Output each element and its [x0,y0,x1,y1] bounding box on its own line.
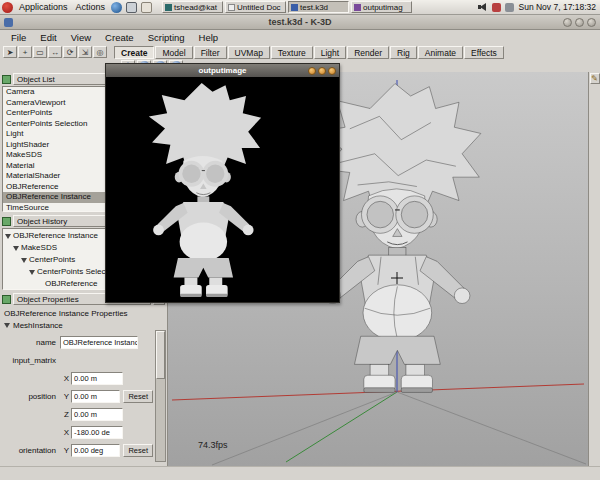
tab-light[interactable]: Light [314,46,346,59]
grid-edge-line [212,392,397,465]
y-axis-line [286,392,397,462]
window-controls [563,18,600,27]
tab-filter[interactable]: Filter [194,46,227,59]
main-toolbar: ➤ + ▭ ↔ ⟳ ⇲ ◎ Create Model Filter UVMap … [0,45,600,59]
panel-clock[interactable]: Sun Nov 7, 17:18:32 [518,2,596,12]
tab-render[interactable]: Render [347,46,389,59]
render-output-window[interactable]: outputimage [105,63,340,303]
volume-icon[interactable] [478,3,488,12]
select-box-icon[interactable]: ▭ [33,46,47,58]
task-label: Untitled Doc [237,3,281,12]
render-window-controls [308,67,339,75]
combo-label: Object Properties [17,295,79,304]
rendered-character-image [106,77,339,302]
taskbar: tshead@kat Untitled Doc test.k3d outputi… [162,1,412,13]
menubar: File Edit View Create Scripting Help [0,30,600,45]
tree-label: MakeSDS [21,242,57,254]
menu-edit[interactable]: Edit [33,31,63,44]
scale-tool-icon[interactable]: ⇲ [78,46,92,58]
window-bottom-frame [0,466,600,480]
name-field[interactable]: OBJReference Instance [60,336,138,349]
mesh-instance-section[interactable]: MeshInstance [0,319,167,331]
close-button[interactable] [587,18,596,27]
z-axis-label: Z [60,410,69,419]
task-label: test.k3d [300,3,328,12]
fps-counter: 74.3fps [198,440,228,450]
tab-effects[interactable]: Effects [464,46,504,59]
k3d-titlebar[interactable]: test.k3d - K-3D [0,15,600,30]
task-label: outputimag [363,3,403,12]
combo-label: Object List [17,75,55,84]
maximize-button[interactable] [318,67,326,75]
select-arrow-icon[interactable]: ➤ [3,46,17,58]
tab-texture[interactable]: Texture [271,46,313,59]
task-button-k3d[interactable]: test.k3d [288,1,349,13]
window-title: test.k3d - K-3D [0,17,600,27]
close-button[interactable] [328,67,336,75]
terminal-launcher-icon[interactable] [126,2,137,13]
orientation-y-field[interactable]: 0.00 deg [71,444,120,457]
menu-create[interactable]: Create [98,31,141,44]
field-row-position-x: X 0.00 m [2,369,153,387]
task-button-document[interactable]: Untitled Doc [225,1,286,13]
scrollbar-thumb[interactable] [156,331,165,379]
menu-file[interactable]: File [4,31,33,44]
minimize-button[interactable] [308,67,316,75]
tree-label: OBJReference [45,278,97,290]
field-row-orientation-x: X -180.00 de [2,423,153,441]
menu-scripting[interactable]: Scripting [141,31,192,44]
edit-icon[interactable]: ✎ [590,73,600,84]
panel-color-icon[interactable] [2,217,11,226]
panel-color-icon[interactable] [2,75,11,84]
orientation-x-field[interactable]: -180.00 de [71,426,123,439]
position-y-field[interactable]: 0.00 m [71,390,120,403]
tab-create[interactable]: Create [114,46,154,59]
menu-help[interactable]: Help [192,31,226,44]
select-plus-icon[interactable]: + [18,46,32,58]
move-tool-icon[interactable]: ↔ [48,46,62,58]
browser-launcher-icon[interactable] [111,2,122,13]
combo-label: Object History [17,217,67,226]
distro-menu-icon[interactable] [2,2,13,13]
character-wireframe-model[interactable] [319,84,481,393]
minimize-button[interactable] [563,18,572,27]
mail-launcher-icon[interactable] [141,2,152,13]
rotate-tool-icon[interactable]: ⟳ [63,46,77,58]
tab-animate[interactable]: Animate [418,46,463,59]
maximize-button[interactable] [575,18,584,27]
render-output-image [106,77,339,302]
position-x-field[interactable]: 0.00 m [71,372,123,385]
document-window-icon [228,4,235,11]
expander-open-icon[interactable] [29,270,35,275]
image-window-icon [354,4,361,11]
render-window-titlebar[interactable]: outputimage [106,64,339,77]
properties-fields: name OBJReference Instance input_matrix … [2,333,153,463]
menu-view[interactable]: View [64,31,98,44]
position-z-field[interactable]: 0.00 m [71,408,123,421]
expander-open-icon[interactable] [5,234,11,239]
expander-open-icon[interactable] [4,323,10,328]
status-tray-icon[interactable] [492,3,501,12]
tab-rig[interactable]: Rig [390,46,417,59]
task-button-terminal[interactable]: tshead@kat [162,1,223,13]
tree-label: OBJReference Instance [13,230,98,242]
x-axis-label: X [60,428,69,437]
render-window-title: outputimage [106,66,339,75]
expander-open-icon[interactable] [13,246,19,251]
task-button-outputimage[interactable]: outputimag [351,1,412,13]
field-row-orientation-y: orientation Y 0.00 deg Reset [2,441,153,459]
actions-menu[interactable]: Actions [76,2,106,12]
network-tray-icon[interactable] [505,3,514,12]
x-axis-label: X [60,374,69,383]
panel-color-icon[interactable] [2,295,11,304]
tab-model[interactable]: Model [155,46,192,59]
orientation-reset-button[interactable]: Reset [123,444,153,457]
position-reset-button[interactable]: Reset [123,390,153,403]
panel-tray: Sun Nov 7, 17:18:32 [478,2,600,12]
applications-menu[interactable]: Applications [19,2,68,12]
properties-scrollbar[interactable] [155,330,166,462]
expander-open-icon[interactable] [21,258,27,263]
toolbox-tabs: Create Model Filter UVMap Texture Light … [114,46,505,59]
tab-uvmap[interactable]: UVMap [228,46,270,59]
snap-tool-icon[interactable]: ◎ [93,46,107,58]
